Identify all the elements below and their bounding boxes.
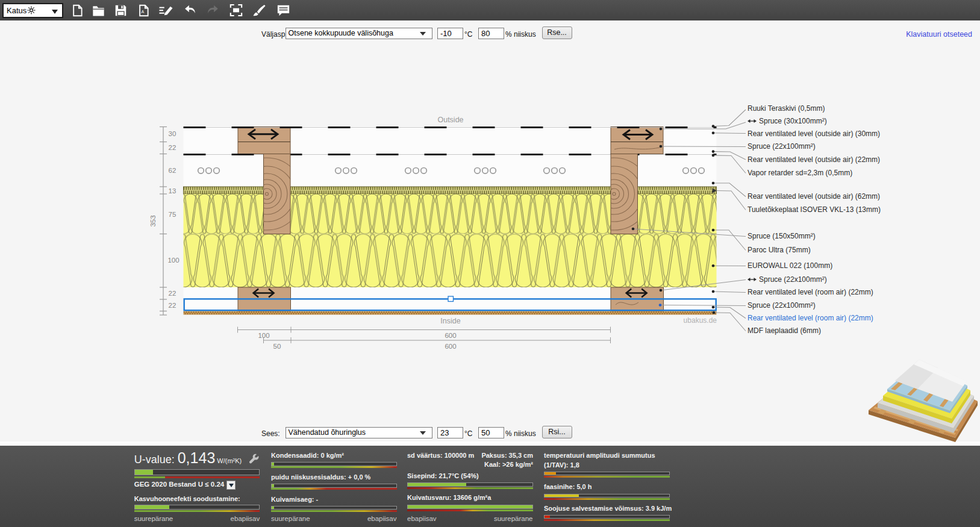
svg-text:100: 100 (258, 332, 269, 339)
svg-text:Vapor retarder sd=2,3m (0,5mm): Vapor retarder sd=2,3m (0,5mm) (747, 169, 852, 177)
svg-text:Spruce (22x100mm²): Spruce (22x100mm²) (747, 301, 816, 310)
svg-text:Spruce (30x100mm²): Spruce (30x100mm²) (759, 117, 827, 125)
svg-text:Ruuki Teraskivi (0,5mm): Ruuki Teraskivi (0,5mm) (747, 104, 825, 113)
svg-text:22: 22 (169, 290, 176, 297)
svg-text:100: 100 (167, 257, 179, 264)
svg-text:22: 22 (169, 302, 176, 309)
svg-text:75: 75 (169, 211, 176, 218)
svg-text:Rear ventilated level (room ai: Rear ventilated level (room air) (22mm) (747, 314, 873, 322)
svg-text:Rear ventilated level (outside: Rear ventilated level (outside air) (30m… (747, 129, 880, 138)
svg-text:ubakus.de: ubakus.de (684, 316, 717, 325)
svg-text:50: 50 (273, 343, 281, 350)
svg-text:Inside: Inside (440, 317, 460, 325)
svg-text:Tuuletõkkeplaat ISOVER VKL-13: Tuuletõkkeplaat ISOVER VKL-13 (13mm) (747, 205, 881, 214)
svg-text:Rear ventilated level (outside: Rear ventilated level (outside air) (22m… (747, 155, 880, 164)
svg-text:Spruce (150x50mm²): Spruce (150x50mm²) (747, 232, 816, 240)
svg-text:Rear ventilated level (room ai: Rear ventilated level (room air) (22mm) (747, 288, 873, 296)
svg-text:Spruce (22x100mm²): Spruce (22x100mm²) (759, 275, 827, 284)
svg-text:Paroc Ultra (75mm): Paroc Ultra (75mm) (747, 246, 811, 254)
svg-text:Rear ventilated level (outside: Rear ventilated level (outside air) (62m… (747, 192, 880, 201)
svg-text:Spruce (22x100mm²): Spruce (22x100mm²) (747, 142, 816, 151)
svg-text:62: 62 (169, 167, 176, 174)
svg-text:600: 600 (445, 343, 456, 350)
svg-text:353: 353 (149, 215, 157, 226)
svg-text:Outside: Outside (437, 116, 463, 124)
svg-text:MDF laeplaadid (6mm): MDF laeplaadid (6mm) (747, 326, 821, 335)
svg-text:13: 13 (169, 187, 176, 195)
svg-text:EUROWALL 022 (100mm): EUROWALL 022 (100mm) (747, 261, 832, 270)
svg-text:30: 30 (169, 130, 176, 137)
svg-text:22: 22 (169, 144, 176, 151)
svg-text:600: 600 (445, 332, 456, 339)
